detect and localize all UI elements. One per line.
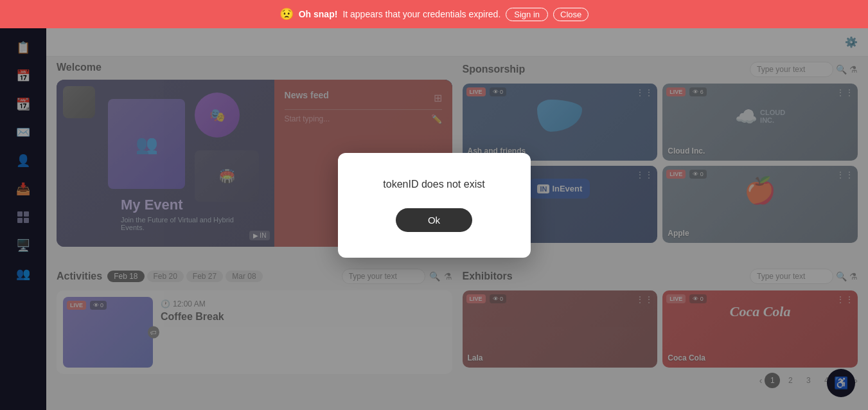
alert-bar: 😟 Oh snap! It appears that your credenti… xyxy=(0,0,868,28)
close-alert-button[interactable]: Close xyxy=(553,8,589,21)
alert-icon: 😟 xyxy=(279,7,294,21)
modal-dialog: tokenID does not exist Ok xyxy=(338,153,531,258)
modal-overlay: tokenID does not exist Ok xyxy=(0,0,868,410)
modal-ok-button[interactable]: Ok xyxy=(396,208,472,232)
modal-message: tokenID does not exist xyxy=(376,179,492,190)
alert-prefix: Oh snap! xyxy=(299,9,338,19)
sign-in-button[interactable]: Sign in xyxy=(506,8,548,21)
alert-message: It appears that your credentials expired… xyxy=(342,9,500,19)
